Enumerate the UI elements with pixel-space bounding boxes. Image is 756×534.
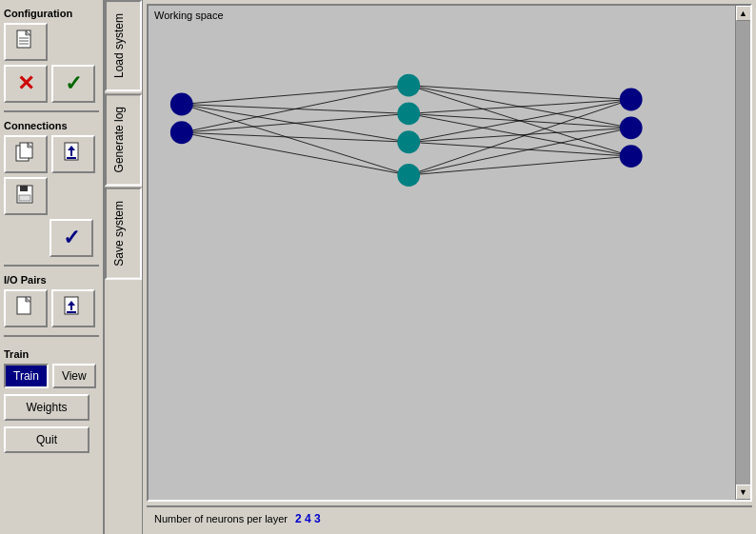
connections-buttons-row1: [4, 135, 99, 173]
connections-check-icon: ✓: [63, 226, 80, 250]
svg-line-45: [408, 156, 630, 175]
svg-rect-15: [67, 157, 76, 159]
save-icon: [15, 184, 36, 208]
quit-button[interactable]: Quit: [4, 426, 90, 453]
status-value: 2 4 3: [295, 512, 321, 525]
output-node-2: [620, 145, 643, 168]
svg-line-43: [408, 100, 630, 175]
io-upload-icon: [63, 296, 84, 321]
connections-check-button[interactable]: ✓: [50, 219, 93, 257]
divider-3: [4, 335, 99, 337]
tab-load-system[interactable]: Load system: [105, 0, 142, 91]
svg-line-31: [182, 113, 408, 132]
svg-rect-17: [20, 186, 28, 191]
hidden-node-0: [397, 74, 420, 97]
output-node-0: [620, 89, 643, 111]
io-buttons-row: [4, 289, 99, 327]
tab-strip: Load system Generate log Save system: [105, 0, 143, 534]
weights-button[interactable]: Weights: [4, 394, 90, 421]
svg-line-42: [408, 142, 630, 156]
confirm-config-button[interactable]: ✓: [51, 65, 95, 103]
hidden-node-3: [397, 164, 420, 187]
divider-1: [4, 110, 99, 112]
input-node-1: [170, 121, 193, 144]
connections-buttons-row2: [4, 177, 99, 215]
status-bar: Number of neurons per layer 2 4 3: [147, 505, 752, 530]
save-button[interactable]: [4, 177, 48, 215]
connections-check-row: ✓: [4, 219, 99, 257]
scroll-up-button[interactable]: ▲: [736, 6, 751, 21]
svg-rect-14: [70, 150, 72, 156]
scroll-track[interactable]: [736, 21, 751, 485]
upload-button[interactable]: [51, 135, 95, 173]
svg-line-26: [182, 86, 408, 105]
scroll-down-button[interactable]: ▼: [736, 485, 751, 500]
sidebar: Configuration ✕ ✓ Connections: [0, 0, 105, 534]
svg-line-33: [182, 132, 408, 175]
working-space-label: Working space: [154, 10, 224, 21]
input-node-0: [170, 93, 193, 116]
config-confirm-buttons: ✕ ✓: [4, 65, 99, 103]
svg-line-29: [182, 104, 408, 175]
new-config-button[interactable]: [4, 23, 48, 61]
train-label: Train: [4, 348, 99, 360]
svg-line-34: [408, 86, 630, 100]
status-label: Number of neurons per layer: [154, 513, 288, 524]
io-pairs-label: I/O Pairs: [4, 274, 99, 286]
train-section: Train Train View Weights Quit: [4, 345, 99, 453]
check-icon: ✓: [65, 71, 82, 96]
hidden-node-1: [397, 102, 420, 125]
svg-rect-9: [20, 143, 32, 158]
svg-line-32: [182, 132, 408, 142]
configuration-buttons: [4, 23, 99, 61]
io-export-button[interactable]: [51, 289, 95, 327]
doc-icon: [15, 30, 36, 54]
svg-line-30: [182, 86, 408, 133]
copy-icon: [15, 142, 36, 167]
hidden-node-2: [397, 130, 420, 153]
svg-line-40: [408, 100, 630, 143]
output-node-1: [620, 116, 643, 139]
svg-line-37: [408, 100, 630, 114]
io-new-button[interactable]: [4, 289, 48, 327]
svg-rect-18: [19, 195, 30, 201]
vertical-scrollbar[interactable]: ▲ ▼: [735, 6, 750, 500]
svg-rect-25: [67, 311, 76, 313]
connections-label: Connections: [4, 120, 99, 131]
copy-button[interactable]: [4, 135, 48, 173]
configuration-label: Configuration: [4, 8, 99, 19]
train-button[interactable]: Train: [4, 364, 49, 388]
tab-save-system[interactable]: Save system: [105, 188, 142, 280]
cancel-config-button[interactable]: ✕: [4, 65, 48, 103]
x-icon: ✕: [17, 71, 34, 96]
divider-2: [4, 265, 99, 267]
view-button[interactable]: View: [52, 364, 96, 388]
neural-network-canvas: [149, 29, 735, 435]
svg-rect-24: [70, 306, 72, 310]
tab-generate-log[interactable]: Generate log: [105, 93, 142, 186]
main-content: Working space: [143, 0, 756, 534]
working-space: Working space: [147, 4, 752, 502]
train-buttons: Train View: [4, 364, 99, 388]
upload-icon: [63, 142, 84, 167]
io-doc-icon: [15, 296, 36, 321]
